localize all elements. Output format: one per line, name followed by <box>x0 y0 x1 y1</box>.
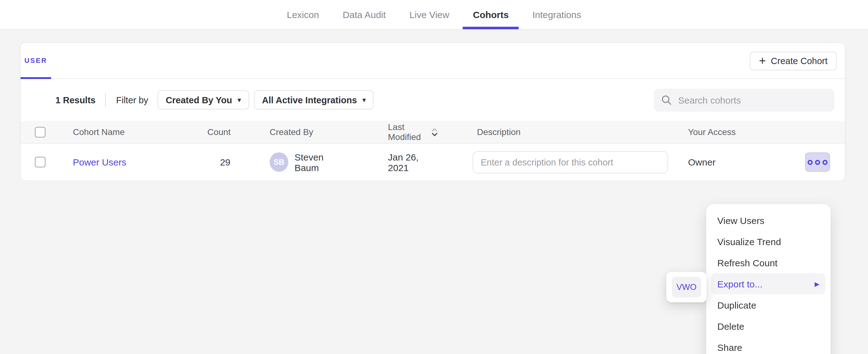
menu-item-refresh-count[interactable]: Refresh Count <box>711 252 826 273</box>
select-all-checkbox[interactable] <box>35 127 45 137</box>
menu-item-share[interactable]: Share <box>711 336 826 354</box>
column-header-your-access[interactable]: Your Access <box>649 127 800 137</box>
cohort-type-tabs-row: USER + Create Cohort <box>21 43 845 79</box>
tab-live-view[interactable]: Live View <box>399 0 459 29</box>
column-header-count[interactable]: Count <box>207 127 230 137</box>
row-more-actions-button[interactable] <box>805 153 830 172</box>
caret-down-icon: ▾ <box>363 96 366 103</box>
menu-item-visualize-trend[interactable]: Visualize Trend <box>711 231 826 252</box>
column-header-description[interactable]: Description <box>438 127 649 137</box>
column-header-created-by[interactable]: Created By <box>230 127 349 137</box>
app-stage: Lexicon Data Audit Live View Cohorts Int… <box>0 0 868 354</box>
top-navigation-bar: Lexicon Data Audit Live View Cohorts Int… <box>0 0 868 30</box>
cohorts-card: USER + Create Cohort 1 Results Filter by… <box>20 42 845 180</box>
menu-item-duplicate[interactable]: Duplicate <box>711 294 826 315</box>
page-background: USER + Create Cohort 1 Results Filter by… <box>0 30 868 354</box>
tab-data-audit[interactable]: Data Audit <box>333 0 396 29</box>
results-count: 1 Results <box>55 95 96 105</box>
submenu-arrow-icon: ▶ <box>815 280 819 287</box>
integrations-dropdown-value: All Active Integrations <box>262 95 357 105</box>
created-by-dropdown[interactable]: Created By You ▾ <box>158 90 249 109</box>
integrations-dropdown[interactable]: All Active Integrations ▾ <box>254 90 374 109</box>
column-header-cohort-name[interactable]: Cohort Name <box>73 127 207 137</box>
plus-icon: + <box>759 55 766 66</box>
submenu-item-vwo[interactable]: VWO <box>672 277 701 297</box>
caret-down-icon: ▾ <box>238 96 241 103</box>
last-modified-value: Jan 26, 2021 <box>349 152 438 173</box>
tab-user-cohorts[interactable]: USER <box>21 43 51 79</box>
menu-item-view-users[interactable]: View Users <box>711 210 826 231</box>
export-to-label: Export to... <box>717 279 763 289</box>
menu-item-export-to[interactable]: Export to... ▶ <box>711 273 826 294</box>
more-icon <box>823 160 828 165</box>
created-by-cell: SB Steven Baum <box>230 152 349 173</box>
tab-lexicon[interactable]: Lexicon <box>277 0 329 29</box>
more-icon <box>808 160 813 165</box>
filter-by-label: Filter by <box>116 95 148 105</box>
sort-icon[interactable] <box>432 128 438 136</box>
access-value: Owner <box>649 157 800 167</box>
more-icon <box>815 160 820 165</box>
created-by-name: Steven Baum <box>294 152 349 173</box>
search-icon <box>661 95 672 105</box>
menu-item-delete[interactable]: Delete <box>711 315 826 336</box>
description-input[interactable] <box>473 151 668 173</box>
nav-tabs: Lexicon Data Audit Live View Cohorts Int… <box>277 0 591 29</box>
create-cohort-label: Create Cohort <box>771 56 828 66</box>
cohort-name-link[interactable]: Power Users <box>73 157 126 167</box>
row-checkbox[interactable] <box>35 157 45 167</box>
created-by-dropdown-value: Created By You <box>166 95 232 105</box>
column-header-last-modified[interactable]: Last Modified <box>349 122 438 142</box>
export-submenu: VWO <box>666 272 707 302</box>
search-cohorts-box[interactable] <box>654 88 834 111</box>
avatar: SB <box>270 153 288 172</box>
table-row: Power Users 29 SB Steven Baum Jan 26, 20… <box>21 144 845 181</box>
tab-integrations[interactable]: Integrations <box>522 0 591 29</box>
create-cohort-button[interactable]: + Create Cohort <box>750 52 837 70</box>
row-actions-menu: View Users Visualize Trend Refresh Count… <box>706 204 831 354</box>
tab-cohorts[interactable]: Cohorts <box>463 0 519 29</box>
table-header: Cohort Name Count Created By Last Modifi… <box>21 121 845 144</box>
cohort-count: 29 <box>207 157 230 167</box>
toolbar-divider <box>105 93 106 107</box>
search-cohorts-input[interactable] <box>678 95 827 105</box>
filter-toolbar: 1 Results Filter by Created By You ▾ All… <box>21 79 845 121</box>
last-modified-label: Last Modified <box>388 122 428 142</box>
